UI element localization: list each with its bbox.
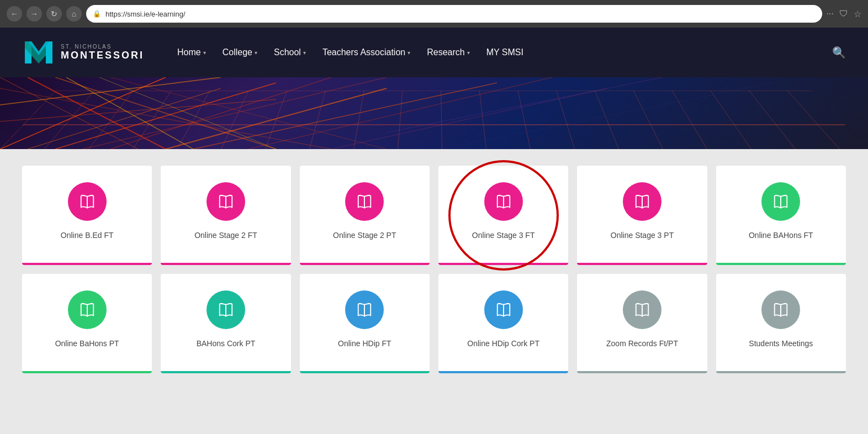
course-card-bed-ft[interactable]: Online B.Ed FT bbox=[22, 166, 152, 265]
nav-link-school[interactable]: School ▾ bbox=[274, 47, 306, 57]
card-icon-hdip-cork-pt bbox=[484, 290, 523, 329]
svg-line-4 bbox=[0, 77, 166, 149]
course-card-stage3-pt[interactable]: Online Stage 3 PT bbox=[577, 166, 707, 265]
card-label-zoom-records: Zoom Records Ft/PT bbox=[606, 339, 678, 359]
nav-item-school[interactable]: School ▾ bbox=[274, 47, 306, 57]
back-button[interactable]: ← bbox=[7, 6, 22, 22]
card-icon-bahons-ft bbox=[761, 182, 800, 221]
svg-line-13 bbox=[248, 77, 552, 149]
course-card-bahons-cork-pt[interactable]: BAHons Cork PT bbox=[161, 274, 290, 373]
svg-line-14 bbox=[331, 88, 607, 149]
card-grid-row1: Online B.Ed FTOnline Stage 2 FTOnline St… bbox=[22, 166, 846, 265]
card-wrapper-students-meetings: Students Meetings bbox=[716, 274, 846, 373]
card-wrapper-zoom-records: Zoom Records Ft/PT bbox=[577, 274, 707, 373]
nav-label-research: Research bbox=[427, 47, 464, 57]
card-label-bahons-pt: Online BaHons PT bbox=[55, 339, 119, 359]
shield-icon[interactable]: 🛡 bbox=[839, 9, 848, 19]
card-wrapper-hdip-ft: Online HDip FT bbox=[300, 274, 430, 373]
nav-item-college[interactable]: College ▾ bbox=[223, 47, 257, 57]
nav-link-my-smsi[interactable]: MY SMSI bbox=[486, 47, 523, 57]
course-card-zoom-records[interactable]: Zoom Records Ft/PT bbox=[577, 274, 707, 373]
logo-montessori: MONTESSORI bbox=[61, 50, 144, 61]
logo-text: ST. NICHOLAS MONTESSORI bbox=[61, 44, 144, 61]
bookmark-icon[interactable]: ☆ bbox=[854, 9, 861, 19]
refresh-button[interactable]: ↻ bbox=[46, 6, 62, 22]
svg-line-8 bbox=[166, 88, 387, 149]
home-button[interactable]: ⌂ bbox=[66, 6, 82, 22]
nav-item-teachers-assoc[interactable]: Teachers Association ▾ bbox=[322, 47, 410, 57]
logo-area[interactable]: ST. NICHOLAS MONTESSORI bbox=[22, 36, 144, 69]
card-wrapper-hdip-cork-pt: Online HDip Cork PT bbox=[438, 274, 568, 373]
nav-item-home[interactable]: Home ▾ bbox=[177, 47, 206, 57]
url-text: https://smsi.ie/e-learning/ bbox=[105, 10, 186, 18]
card-wrapper-bed-ft: Online B.Ed FT bbox=[22, 166, 152, 265]
card-wrapper-stage2-ft: Online Stage 2 FT bbox=[161, 166, 290, 265]
card-wrapper-bahons-pt: Online BaHons PT bbox=[22, 274, 152, 373]
card-wrapper-stage2-pt: Online Stage 2 PT bbox=[300, 166, 430, 265]
logo-st-nicholas: ST. NICHOLAS bbox=[61, 44, 144, 50]
course-card-stage3-ft[interactable]: Online Stage 3 FT bbox=[438, 166, 568, 265]
course-card-hdip-cork-pt[interactable]: Online HDip Cork PT bbox=[438, 274, 568, 373]
nav-label-home: Home bbox=[177, 47, 201, 57]
chevron-college: ▾ bbox=[255, 50, 257, 56]
logo-icon bbox=[22, 36, 55, 69]
svg-line-12 bbox=[193, 83, 497, 149]
svg-line-16 bbox=[442, 83, 773, 149]
card-label-bed-ft: Online B.Ed FT bbox=[61, 231, 114, 251]
nav-label-teachers-assoc: Teachers Association bbox=[322, 47, 405, 57]
card-icon-hdip-ft bbox=[345, 290, 384, 329]
card-icon-stage3-ft bbox=[484, 182, 523, 221]
card-icon-stage2-pt bbox=[345, 182, 384, 221]
card-wrapper-bahons-cork-pt: BAHons Cork PT bbox=[161, 274, 290, 373]
more-icon[interactable]: ··· bbox=[827, 9, 834, 19]
nav-link-college[interactable]: College ▾ bbox=[223, 47, 257, 57]
nav-link-research[interactable]: Research ▾ bbox=[427, 47, 469, 57]
card-icon-students-meetings bbox=[761, 290, 800, 329]
lock-icon: 🔒 bbox=[93, 10, 101, 18]
svg-line-6 bbox=[55, 83, 276, 149]
card-icon-stage2-ft bbox=[207, 182, 245, 221]
forward-button[interactable]: → bbox=[27, 6, 42, 22]
browser-chrome: ← → ↻ ⌂ 🔒 https://smsi.ie/e-learning/ ··… bbox=[0, 0, 868, 28]
nav-label-school: School bbox=[274, 47, 301, 57]
nav-item-my-smsi[interactable]: MY SMSI bbox=[486, 47, 523, 57]
site-navigation: ST. NICHOLAS MONTESSORI Home ▾ College ▾… bbox=[0, 28, 868, 77]
svg-rect-2 bbox=[46, 41, 52, 63]
svg-line-18 bbox=[55, 77, 276, 149]
course-card-bahons-ft[interactable]: Online BAHons FT bbox=[716, 166, 846, 265]
course-card-students-meetings[interactable]: Students Meetings bbox=[716, 274, 846, 373]
card-label-students-meetings: Students Meetings bbox=[749, 339, 813, 359]
address-bar[interactable]: 🔒 https://smsi.ie/e-learning/ bbox=[86, 5, 822, 23]
nav-link-teachers-assoc[interactable]: Teachers Association ▾ bbox=[322, 47, 410, 57]
course-card-bahons-pt[interactable]: Online BaHons PT bbox=[22, 274, 152, 373]
svg-line-15 bbox=[387, 77, 663, 133]
card-label-stage2-ft: Online Stage 2 FT bbox=[194, 231, 257, 251]
svg-line-17 bbox=[0, 88, 331, 149]
nav-links: Home ▾ College ▾ School ▾ Teachers Assoc… bbox=[177, 47, 523, 57]
svg-line-21 bbox=[0, 77, 138, 149]
card-label-stage3-ft: Online Stage 3 FT bbox=[472, 231, 535, 251]
course-card-stage2-ft[interactable]: Online Stage 2 FT bbox=[161, 166, 290, 265]
card-icon-stage3-pt bbox=[623, 182, 661, 221]
chevron-research: ▾ bbox=[467, 50, 470, 56]
nav-label-college: College bbox=[223, 47, 252, 57]
nav-link-home[interactable]: Home ▾ bbox=[177, 47, 206, 57]
card-icon-bed-ft bbox=[68, 182, 107, 221]
search-icon[interactable]: 🔍 bbox=[832, 46, 846, 59]
card-icon-bahons-cork-pt bbox=[207, 290, 245, 329]
svg-line-11 bbox=[83, 77, 387, 149]
card-wrapper-bahons-ft: Online BAHons FT bbox=[716, 166, 846, 265]
nav-label-my-smsi: MY SMSI bbox=[486, 47, 523, 57]
card-label-bahons-ft: Online BAHons FT bbox=[749, 231, 813, 251]
course-card-hdip-ft[interactable]: Online HDip FT bbox=[300, 274, 430, 373]
course-card-stage2-pt[interactable]: Online Stage 2 PT bbox=[300, 166, 430, 265]
card-label-bahons-cork-pt: BAHons Cork PT bbox=[197, 339, 256, 359]
browser-actions: ··· 🛡 ☆ bbox=[827, 9, 861, 19]
nav-item-research[interactable]: Research ▾ bbox=[427, 47, 469, 57]
hero-decoration bbox=[0, 77, 868, 149]
chevron-school: ▾ bbox=[303, 50, 306, 56]
card-wrapper-stage3-ft: Online Stage 3 FT bbox=[438, 166, 568, 265]
card-icon-bahons-pt bbox=[68, 290, 107, 329]
card-label-stage3-pt: Online Stage 3 PT bbox=[611, 231, 674, 251]
chevron-teachers-assoc: ▾ bbox=[407, 50, 410, 56]
